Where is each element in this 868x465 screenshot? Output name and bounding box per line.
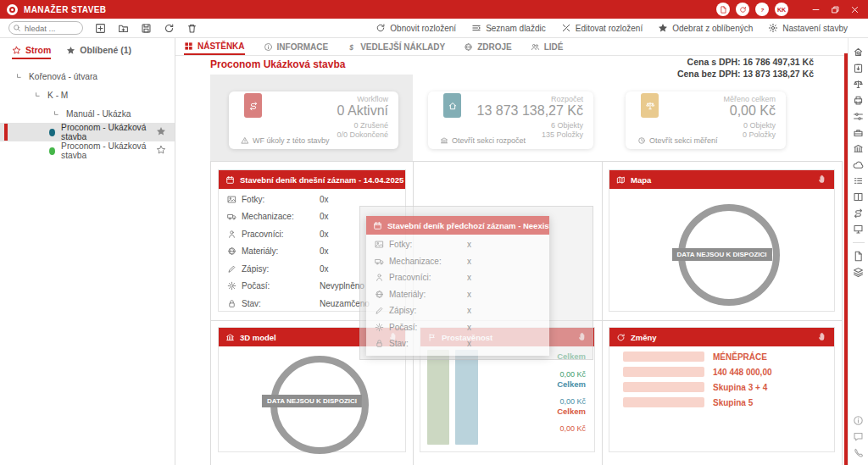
drag-handle[interactable]: [817, 331, 827, 343]
project-settings-button[interactable]: Nastavení stavby: [768, 23, 848, 33]
map-tile: Mapa DATA NEJSOU K DISPOZICI: [609, 169, 835, 312]
open-measurement-link[interactable]: Otevřít sekci měření: [637, 136, 718, 145]
diary-row-value: 0x: [320, 212, 329, 221]
card-stat: 6 Objekty: [551, 121, 583, 130]
close-button[interactable]: [848, 3, 861, 16]
card-title: Měřeno celkem: [723, 95, 776, 103]
toolbox-button[interactable]: [853, 127, 864, 138]
monitor-button[interactable]: [853, 224, 864, 235]
project-settings-label: Nastavení stavby: [782, 24, 848, 33]
changes-tile-header[interactable]: Změny: [609, 328, 834, 346]
tab-side-costs[interactable]: $VEDLEJŠÍ NÁKLADY: [347, 38, 445, 55]
workflow-tasks-link[interactable]: WF úkoly z této stavby: [241, 136, 330, 145]
edit-tools-icon: [561, 23, 571, 33]
open-budget-link[interactable]: Otevřít sekci rozpočet: [440, 136, 526, 145]
tile-list-button[interactable]: Seznam dlaždic: [471, 23, 546, 33]
book-button[interactable]: [853, 191, 864, 202]
card-value: 0,00 Kč: [730, 103, 776, 119]
people-icon: [531, 42, 540, 52]
diary-row: Fotky:x: [366, 236, 549, 253]
restore-button[interactable]: [828, 3, 842, 16]
no-data-badge: DATA NEJSOU K DISPOZICI: [262, 395, 362, 407]
tree-node-manual[interactable]: Manuál - Ukázka: [0, 104, 175, 123]
phone-button[interactable]: [853, 447, 864, 458]
remove-favorites-button[interactable]: Odebrat z oblíbených: [658, 23, 753, 33]
news-button[interactable]: [716, 3, 730, 16]
changes-tile: Změny MÉNĚPRÁCE 140 448 000,00 Skupina 3…: [609, 327, 835, 452]
workflow-card[interactable]: Workflow 0 Aktivní 0 Zrušené 0/0 Dokonče…: [229, 91, 398, 149]
pencil-icon: [375, 306, 384, 315]
edit-layout-button[interactable]: Editovat rozložení: [561, 23, 643, 33]
help-button[interactable]: ?: [755, 3, 769, 16]
minimize-button[interactable]: [809, 3, 822, 16]
diary-today-header[interactable]: Stavební deník dnešní záznam - 14.04.202…: [219, 170, 405, 189]
budget-card[interactable]: Rozpočet 13 873 138,27 Kč 6 Objekty 135 …: [428, 91, 593, 149]
scales-button[interactable]: [853, 79, 864, 90]
person-icon: [375, 273, 384, 282]
support-info-button[interactable]: [853, 415, 864, 426]
workflow-button[interactable]: [853, 208, 864, 219]
svg-text:$: $: [348, 43, 353, 51]
home-search-icon: [853, 47, 864, 58]
vertical-scrollbar[interactable]: [844, 53, 848, 465]
tab-dashboard[interactable]: NÁSTĚNKA: [184, 38, 245, 55]
diary-row-label: Počasí:: [389, 323, 462, 332]
svg-text:?: ?: [760, 6, 764, 12]
drag-handle[interactable]: [817, 174, 827, 185]
refresh-button[interactable]: [164, 23, 175, 34]
legend-value: 0,00 Kč: [557, 397, 586, 407]
expand-icon[interactable]: [15, 73, 23, 80]
add-button[interactable]: [95, 23, 106, 34]
scales-icon: [853, 79, 864, 90]
diary-row: Pracovníci:x: [366, 269, 549, 286]
sync-button[interactable]: [736, 3, 749, 16]
cloud-button[interactable]: [853, 159, 864, 170]
filter-button[interactable]: [853, 111, 864, 122]
document-button[interactable]: [853, 251, 864, 262]
bank-button[interactable]: [853, 143, 864, 154]
layers-button[interactable]: [853, 267, 864, 278]
checklist-button[interactable]: [853, 175, 864, 186]
save-button[interactable]: [141, 23, 152, 34]
info-icon: [853, 415, 864, 426]
diary-row-value: x: [467, 240, 471, 249]
tree-node-root[interactable]: Kořenová - útvara: [0, 67, 175, 86]
card-stat: 0/0 Dokončené: [337, 130, 388, 139]
card-stat: 0 Zrušené: [353, 121, 388, 130]
changes-row: Skupina 5: [623, 397, 753, 407]
card-stat: 0 Objekty: [743, 121, 776, 130]
tree-node-km[interactable]: K - M: [0, 86, 175, 104]
tree-node-project[interactable]: Proconom - Ukázková stavba: [0, 141, 175, 160]
star-outline-icon: [12, 46, 21, 55]
chat-button[interactable]: [853, 431, 864, 442]
tree-node-project-selected[interactable]: Proconom - Ukázková stavba: [0, 123, 175, 141]
print-button[interactable]: [853, 95, 864, 106]
card-value: 0 Aktivní: [337, 103, 388, 119]
clipboard-export-button[interactable]: [853, 63, 864, 74]
expand-icon[interactable]: [53, 110, 60, 118]
measured-card[interactable]: Měřeno celkem 0,00 Kč 0 Objekty 0 Položk…: [626, 91, 786, 149]
save-icon: [141, 23, 152, 34]
user-avatar[interactable]: KK: [775, 3, 788, 16]
map-tile-header[interactable]: Mapa: [609, 170, 834, 189]
tab-people[interactable]: LIDÉ: [531, 38, 564, 55]
favorite-star-button[interactable]: [156, 126, 166, 138]
diary-previous-ghost-tile[interactable]: Stavební deník předchozí záznam - Neexis…: [366, 216, 549, 356]
home-search-button[interactable]: [853, 47, 864, 58]
sidebar: Strom Oblíbené (1) Kořenová - útvara K -…: [0, 38, 175, 465]
tab-favorites[interactable]: Oblíbené (1): [66, 45, 131, 55]
card-title: Rozpočet: [551, 95, 583, 103]
tab-resources[interactable]: ZDROJE: [464, 38, 512, 55]
expand-icon[interactable]: [34, 91, 42, 99]
tab-tree[interactable]: Strom: [12, 45, 51, 59]
favorite-star-button[interactable]: [156, 145, 166, 157]
card-stat: 0 Položky: [743, 130, 776, 139]
refresh-layout-button[interactable]: Obnovit rozložení: [376, 23, 456, 33]
tab-information[interactable]: INFORMACE: [264, 38, 329, 55]
refresh-layout-label: Obnovit rozložení: [390, 24, 456, 33]
lock-icon: [227, 299, 236, 308]
delete-button[interactable]: [186, 23, 198, 34]
new-folder-button[interactable]: [118, 23, 129, 34]
right-tool-strip: [848, 38, 868, 465]
diary-row-label: Materiály:: [389, 290, 462, 299]
